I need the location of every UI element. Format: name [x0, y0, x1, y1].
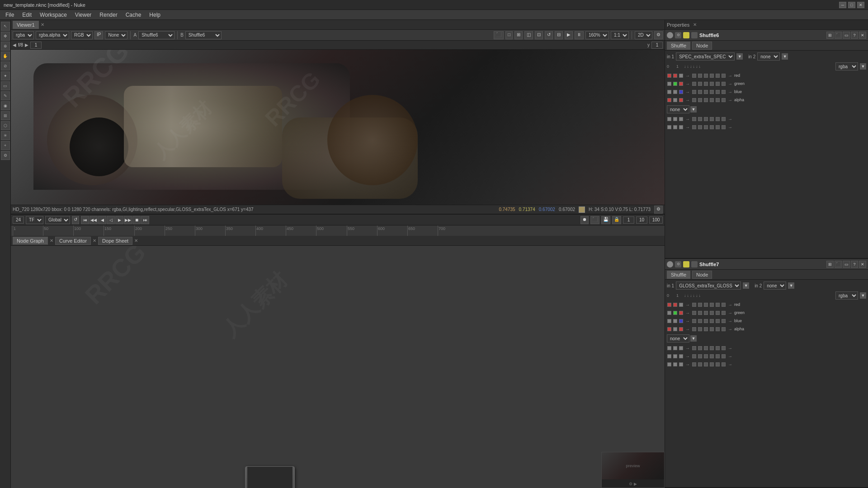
ch-sq-g3[interactable] [673, 90, 677, 94]
ch-sq-3b[interactable] [698, 90, 702, 94]
s-tab-shuffle[interactable]: Shuffle [667, 42, 690, 50]
tool-extra[interactable]: ⚙ [1, 151, 10, 160]
tool-wipe[interactable]: ⊘ [1, 61, 10, 70]
tool-star[interactable]: ✳ [1, 131, 10, 140]
btn-play[interactable]: ▶ [115, 216, 123, 224]
ch-sq-1c[interactable] [704, 74, 708, 78]
fps-unit-select[interactable]: TF [26, 216, 43, 224]
ch-sq-x1[interactable] [673, 74, 677, 78]
none-arrow[interactable]: ▼ [690, 106, 697, 113]
menu-render[interactable]: Render [96, 11, 121, 19]
in1-select[interactable]: SPEC_extraTex_SPEC [676, 52, 735, 61]
close-button[interactable]: ✕ [857, 2, 864, 8]
ch-sq-3d[interactable] [710, 90, 714, 94]
ch-sq-2d[interactable] [710, 82, 714, 86]
viewer-icon-9[interactable]: ⏸ [575, 31, 584, 39]
none-select-2[interactable]: none [667, 334, 689, 343]
panel-btn-close[interactable]: ✕ [859, 32, 866, 39]
in2-select-2[interactable]: none [764, 282, 786, 290]
btn-last-frame[interactable]: ⏭ [141, 216, 149, 224]
ch-sq-6f[interactable] [704, 125, 708, 129]
ch-sq-2a[interactable] [692, 82, 696, 86]
panel2-btn-copy[interactable]: ⬛ [835, 261, 842, 268]
panel-icon-settings[interactable]: ⚙ [675, 32, 681, 38]
ch-sq-6g[interactable] [710, 125, 714, 129]
viewer-icon-8[interactable]: ▶ [565, 31, 573, 39]
mini-preview-panel[interactable]: preview ⚙ ▶ [601, 452, 665, 488]
viewer-icon-6[interactable]: ↺ [545, 31, 553, 39]
tool-mask[interactable]: ◉ [1, 101, 10, 110]
y-input[interactable] [651, 42, 663, 49]
frame-input[interactable] [30, 42, 42, 49]
ch-sq-6b[interactable] [673, 125, 677, 129]
ch-sq-6e[interactable] [698, 125, 702, 129]
tool-plus[interactable]: + [1, 141, 10, 150]
in1-select-2[interactable]: GLOSS_extraTex_GLOSS [676, 282, 741, 290]
panel2-icon-node[interactable] [683, 261, 689, 267]
menu-file[interactable]: File [2, 11, 18, 19]
ch-sq-5i[interactable] [722, 117, 726, 121]
ch-sq-6a[interactable] [667, 125, 671, 129]
menu-cache[interactable]: Cache [122, 11, 145, 19]
ch-sq-1d[interactable] [710, 74, 714, 78]
out-arrow-2[interactable]: ▼ [860, 292, 866, 299]
viewer-icon-7[interactable]: ⊟ [555, 31, 563, 39]
tab-curve-editor[interactable]: Curve Editor [55, 237, 91, 245]
ch-sq-5a[interactable] [667, 117, 671, 121]
panel2-icon-view[interactable] [691, 261, 698, 267]
shuffle-a-select[interactable]: Shuffle6 [138, 31, 175, 39]
ch-sq-r1[interactable] [667, 74, 671, 78]
in2-arrow-2[interactable]: ▼ [788, 282, 794, 289]
none-arrow-2[interactable]: ▼ [690, 335, 697, 342]
ch-sq-g2[interactable] [673, 82, 677, 86]
panel-btn-expand[interactable]: ▭ [843, 32, 850, 39]
ch-sq-1a[interactable] [692, 74, 696, 78]
ch-sq-6h[interactable] [716, 125, 720, 129]
ch-sq-1e[interactable] [716, 74, 720, 78]
btn-prev-frame[interactable]: ◀◀ [90, 216, 98, 224]
btn-prev[interactable]: ◀ [98, 216, 106, 224]
tl-lock[interactable]: 🔒 [612, 216, 621, 224]
panel-btn-copy[interactable]: ⬛ [835, 32, 842, 39]
panel-icon-record[interactable] [667, 32, 673, 38]
panel2-btn-help[interactable]: ? [851, 261, 858, 268]
tl-save[interactable]: 💾 [601, 216, 610, 224]
btn-back-one[interactable]: ◁ [107, 216, 115, 224]
in1-arrow-2[interactable]: ▼ [743, 282, 749, 289]
fps-input[interactable] [13, 216, 24, 224]
ch-sq-3a[interactable] [692, 90, 696, 94]
out-channel-select-2[interactable]: rgba [835, 291, 858, 300]
ch-sq-4b[interactable] [698, 98, 702, 102]
tab-dope-sheet[interactable]: Dope Sheet [98, 237, 132, 245]
dope-sheet-close[interactable]: ✕ [134, 238, 138, 243]
shuffle-b-select[interactable]: Shuffle6 [185, 31, 222, 39]
btn-play-fwd[interactable]: ▶▶ [124, 216, 132, 224]
panel2-btn-expand[interactable]: ▭ [843, 261, 850, 268]
ch-sq-g1[interactable] [679, 74, 683, 78]
tl-start-input[interactable] [623, 216, 634, 224]
tool-zoom[interactable]: ⊕ [1, 42, 10, 51]
ch-sq-1f[interactable] [722, 74, 726, 78]
in1-arrow[interactable]: ▼ [736, 53, 743, 60]
channel-select[interactable]: rgba [13, 31, 34, 39]
panel-icon-node[interactable] [683, 32, 689, 38]
viewer-icon-10[interactable]: ⚙ [654, 31, 663, 39]
none-select[interactable]: none [667, 105, 689, 113]
minimize-button[interactable]: ─ [839, 2, 846, 8]
node-canvas[interactable]: RRCG 人人素材 Read2 car_render [11, 246, 665, 488]
ch-sq-5d[interactable] [692, 117, 696, 121]
timeline-ruler[interactable]: 1501001502002503003504004505005506006507… [11, 225, 665, 236]
in2-arrow[interactable]: ▼ [782, 53, 788, 60]
ch-sq-4a[interactable] [692, 98, 696, 102]
tl-thumb[interactable]: ⬛ [590, 216, 599, 224]
ch-sq-g4[interactable] [673, 98, 677, 102]
s-tab-node[interactable]: Node [692, 42, 712, 50]
ch-sq-2b[interactable] [698, 82, 702, 86]
ch-sq-r3[interactable] [667, 90, 671, 94]
ratio-select[interactable]: 1:1 [611, 31, 629, 39]
ch-sq-3c[interactable] [704, 90, 708, 94]
viewer-icon-4[interactable]: ◫ [524, 31, 533, 39]
colorspace-select[interactable]: RGB [71, 31, 93, 39]
curve-editor-close[interactable]: ✕ [93, 238, 96, 243]
ch-sq-6c[interactable] [679, 125, 683, 129]
